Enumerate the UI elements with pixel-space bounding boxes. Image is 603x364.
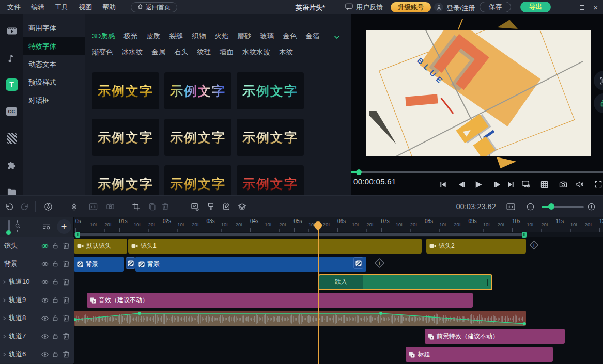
- zoom-out-icon[interactable]: [522, 196, 538, 217]
- play-button[interactable]: [471, 178, 485, 191]
- fit-timeline-icon[interactable]: [503, 196, 518, 217]
- trash-icon[interactable]: [62, 314, 70, 322]
- text-effect-thumbnail[interactable]: 示例文字: [164, 119, 231, 156]
- track-header-轨道6[interactable]: 轨道6: [0, 345, 74, 363]
- menu-item[interactable]: 编辑: [31, 3, 44, 12]
- text-effect-thumbnail[interactable]: 示例文字: [164, 72, 231, 109]
- category-chip[interactable]: 织物: [192, 31, 206, 41]
- lock-icon[interactable]: [52, 333, 58, 339]
- lock-icon[interactable]: [52, 297, 58, 303]
- seekbar-handle[interactable]: [356, 169, 362, 175]
- add-keyframe-marker[interactable]: +: [529, 240, 538, 249]
- save-button[interactable]: 保存: [480, 2, 511, 12]
- media-library-icon[interactable]: [0, 18, 23, 44]
- text-effects-icon[interactable]: T: [0, 71, 23, 98]
- brush-style-button[interactable]: [203, 196, 219, 217]
- category-chip[interactable]: 木纹: [279, 48, 293, 57]
- snapshot-button[interactable]: [556, 178, 570, 191]
- close-button[interactable]: ×: [593, 4, 598, 11]
- fullscreen-button[interactable]: [592, 178, 603, 191]
- transition-badge[interactable]: [126, 257, 135, 269]
- clip-audio[interactable]: [74, 311, 526, 326]
- track-header-轨道8[interactable]: 轨道8: [0, 309, 74, 327]
- text-effect-thumbnail[interactable]: 示例文字: [164, 165, 231, 195]
- preview-seekbar[interactable]: [351, 171, 603, 173]
- track-header-轨道7[interactable]: 轨道7: [0, 327, 74, 345]
- menu-item[interactable]: 视图: [79, 3, 92, 12]
- menu-item[interactable]: 工具: [55, 3, 68, 12]
- clip-effect[interactable]: 跌入: [318, 274, 492, 290]
- eye-icon[interactable]: [41, 315, 49, 321]
- eye-icon[interactable]: [41, 279, 49, 285]
- track-header-镜头[interactable]: 镜头: [0, 237, 74, 255]
- chevron-down-icon[interactable]: [334, 33, 340, 41]
- menu-item[interactable]: 帮助: [102, 3, 116, 12]
- text-effect-thumbnail[interactable]: 示例文字: [237, 72, 304, 109]
- split-button[interactable]: [102, 196, 118, 217]
- timeline-ruler[interactable]: 0s10f20f01s10f20f02s10f20f03s10f20f04s10…: [74, 217, 603, 232]
- text-effect-thumbnail[interactable]: 示例文字: [92, 165, 159, 195]
- add-keyframe-marker[interactable]: +: [375, 258, 384, 267]
- delete-button[interactable]: [158, 196, 173, 217]
- chevron-right-icon[interactable]: [3, 280, 6, 284]
- text-effect-thumbnail[interactable]: 示例文字: [92, 72, 159, 109]
- lock-icon[interactable]: [52, 243, 58, 249]
- category-chip[interactable]: 玻璃: [260, 31, 274, 41]
- chevron-right-icon[interactable]: [3, 298, 6, 303]
- transitions-icon[interactable]: [0, 125, 23, 152]
- font-menu-item[interactable]: 对话框: [23, 91, 85, 109]
- feedback-button[interactable]: 用户反馈: [345, 3, 383, 12]
- step-forward-button[interactable]: [490, 178, 504, 191]
- step-back-button[interactable]: [455, 178, 468, 191]
- clip-compound[interactable]: 音效（建议不动）: [87, 293, 473, 308]
- volume-button[interactable]: [573, 178, 586, 191]
- chevron-right-icon[interactable]: [3, 352, 6, 357]
- clip-compound[interactable]: 前景特效（建议不动）: [425, 329, 565, 344]
- font-menu-item[interactable]: 动态文本: [23, 55, 85, 73]
- keyframe-button[interactable]: [66, 196, 82, 217]
- auto-enhance-button[interactable]: [40, 196, 56, 217]
- text-effect-thumbnail[interactable]: 示例文字: [92, 119, 159, 156]
- render-preview-button[interactable]: [187, 196, 203, 217]
- eye-icon[interactable]: [41, 352, 49, 357]
- lock-icon[interactable]: [52, 279, 58, 285]
- audio-music-icon[interactable]: [0, 44, 23, 71]
- category-chip[interactable]: 裂缝: [169, 31, 183, 41]
- login-register-link[interactable]: 登录/注册: [446, 4, 475, 13]
- chevron-right-icon[interactable]: [3, 334, 6, 339]
- category-chip[interactable]: 皮质: [146, 31, 160, 41]
- eye-off-icon[interactable]: [41, 243, 49, 249]
- font-menu-item[interactable]: 预设样式: [23, 73, 85, 91]
- lock-button[interactable]: [594, 93, 603, 113]
- category-chip[interactable]: 磨砂: [237, 31, 251, 41]
- back-home-button[interactable]: 返回首页: [131, 2, 177, 12]
- lock-icon[interactable]: [52, 351, 58, 357]
- clip-background[interactable]: 背景: [74, 257, 124, 272]
- category-chip[interactable]: 金属: [151, 48, 165, 57]
- category-chip[interactable]: 水纹水波: [242, 48, 270, 57]
- track-header-轨道9[interactable]: 轨道9: [0, 291, 74, 309]
- undo-button[interactable]: [2, 196, 17, 217]
- grid-view-button[interactable]: [537, 178, 551, 191]
- frame-capture-button[interactable]: [594, 71, 603, 90]
- clip-background[interactable]: 背景: [135, 257, 366, 272]
- track-header-背景[interactable]: 背景: [0, 255, 74, 273]
- text-effect-thumbnail[interactable]: 示例文字: [237, 119, 304, 156]
- trash-icon[interactable]: [62, 350, 70, 358]
- clip-scene[interactable]: 镜头1: [128, 239, 422, 254]
- subtitle-cc-icon[interactable]: CC: [0, 98, 23, 125]
- skip-end-button[interactable]: [504, 178, 517, 191]
- category-chip[interactable]: 极光: [123, 31, 137, 41]
- add-track-button[interactable]: +: [57, 219, 71, 234]
- category-chip[interactable]: 金箔: [305, 31, 319, 41]
- trash-icon[interactable]: [62, 278, 70, 286]
- menu-item[interactable]: 文件: [7, 3, 21, 12]
- track-manager-icon[interactable]: [42, 224, 51, 231]
- video-canvas[interactable]: BLUE: [366, 30, 591, 156]
- zoom-slider-handle[interactable]: [548, 203, 554, 210]
- category-chip[interactable]: 纹理: [197, 48, 211, 57]
- export-button[interactable]: 导出: [520, 2, 551, 12]
- clip-scene[interactable]: 镜头2: [426, 239, 526, 254]
- maximize-button[interactable]: [580, 5, 584, 10]
- font-menu-item[interactable]: 特效字体: [23, 37, 85, 55]
